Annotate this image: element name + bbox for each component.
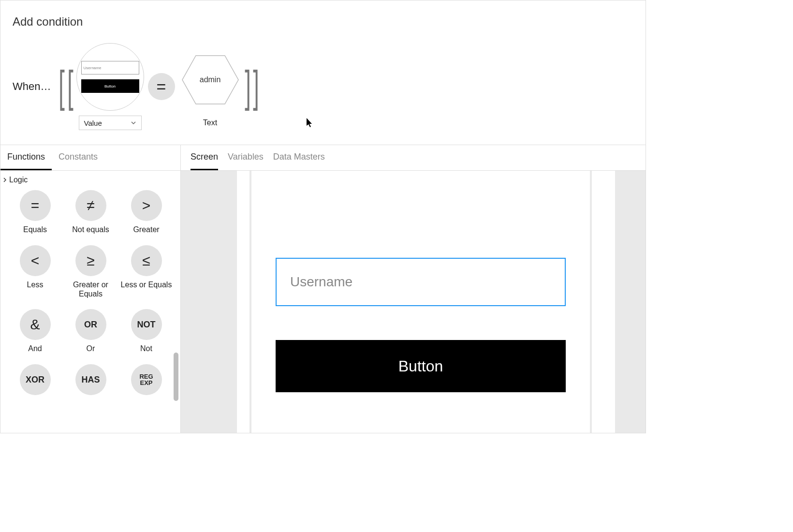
scrollbar-thumb[interactable] xyxy=(174,353,178,401)
tab-variables[interactable]: Variables xyxy=(228,145,264,170)
submit-button[interactable]: Button xyxy=(276,340,566,392)
logic-xor-icon: XOR xyxy=(20,364,51,395)
tab-data-masters[interactable]: Data Masters xyxy=(273,145,325,170)
left-operand-group: Username Button Value xyxy=(76,43,144,130)
lower-panels: Functions Constants Logic =Equals≠Not eq… xyxy=(0,145,646,433)
screen-panel: Screen Variables Data Masters Username B… xyxy=(181,145,646,433)
app-container: Add condition When… [ [ Username Button … xyxy=(0,0,646,433)
functions-panel: Functions Constants Logic =Equals≠Not eq… xyxy=(0,145,181,433)
logic-not-equals-label: Not equals xyxy=(72,225,109,235)
logic-gte-label: Greater or Equals xyxy=(65,280,117,298)
logic-not-equals[interactable]: ≠Not equals xyxy=(65,190,117,235)
tab-constants[interactable]: Constants xyxy=(52,145,104,170)
outer-bracket-open: [ xyxy=(59,69,65,104)
canvas-gutter-right-a xyxy=(592,171,615,433)
logic-lte-icon: ≤ xyxy=(131,245,162,276)
element-thumbnail[interactable]: Username Button xyxy=(76,43,144,111)
canvas-gutter-left xyxy=(181,171,237,433)
logic-has[interactable]: HAS xyxy=(65,364,117,409)
cursor-icon xyxy=(307,118,314,128)
logic-regexp[interactable]: REG EXP xyxy=(120,364,172,409)
left-tabs: Functions Constants xyxy=(0,145,180,171)
logic-or-label: Or xyxy=(87,344,95,354)
logic-equals[interactable]: =Equals xyxy=(9,190,61,235)
logic-group-header[interactable]: Logic xyxy=(2,175,172,184)
operator-equals[interactable]: = xyxy=(148,73,175,100)
expression-row: When… [ [ Username Button Value = xyxy=(13,43,633,130)
property-select[interactable]: Value xyxy=(79,116,142,130)
logic-or[interactable]: OROr xyxy=(65,309,117,354)
logic-equals-icon: = xyxy=(20,190,51,221)
logic-not-icon: NOT xyxy=(131,309,162,340)
chevron-right-icon xyxy=(2,177,7,182)
thumbnail-input-preview: Username xyxy=(81,61,139,74)
logic-and-icon: & xyxy=(20,309,51,340)
text-value-hexagon[interactable]: admin xyxy=(179,46,242,114)
logic-regexp-icon: REG EXP xyxy=(131,364,162,395)
logic-has-icon: HAS xyxy=(75,364,106,395)
logic-not-equals-icon: ≠ xyxy=(75,190,106,221)
panel-title: Add condition xyxy=(13,15,633,29)
property-select-value: Value xyxy=(84,119,102,127)
logic-gte-icon: ≥ xyxy=(75,245,106,276)
chevron-down-icon xyxy=(131,120,136,126)
inner-bracket-open: [ xyxy=(67,69,73,104)
right-tabs: Screen Variables Data Masters xyxy=(181,145,646,171)
logic-lte-label: Less or Equals xyxy=(121,280,172,290)
logic-greater-icon: > xyxy=(131,190,162,221)
logic-less[interactable]: <Less xyxy=(9,245,61,298)
logic-and-label: And xyxy=(28,344,42,354)
logic-less-icon: < xyxy=(20,245,51,276)
canvas-area: Username Button xyxy=(181,171,646,433)
canvas-gutter-mid xyxy=(237,171,250,433)
condition-builder-panel: Add condition When… [ [ Username Button … xyxy=(0,0,646,145)
logic-group-label: Logic xyxy=(9,176,28,184)
logic-greater[interactable]: >Greater xyxy=(120,190,172,235)
when-label: When… xyxy=(13,80,51,93)
inner-bracket-close: ] xyxy=(245,69,251,104)
logic-not[interactable]: NOTNot xyxy=(120,309,172,354)
logic-or-icon: OR xyxy=(75,309,106,340)
logic-xor[interactable]: XOR xyxy=(9,364,61,409)
logic-gte[interactable]: ≥Greater or Equals xyxy=(65,245,117,298)
username-input[interactable]: Username xyxy=(276,258,566,306)
logic-greater-label: Greater xyxy=(133,225,159,235)
right-operand-type: Text xyxy=(203,118,217,127)
screen-canvas[interactable]: Username Button xyxy=(251,171,590,433)
tab-functions[interactable]: Functions xyxy=(0,145,52,170)
functions-content: Logic =Equals≠Not equals>Greater<Less≥Gr… xyxy=(0,171,180,433)
logic-lte[interactable]: ≤Less or Equals xyxy=(120,245,172,298)
outer-bracket-close: ] xyxy=(253,69,259,104)
logic-equals-label: Equals xyxy=(23,225,47,235)
logic-not-label: Not xyxy=(140,344,152,354)
logic-grid: =Equals≠Not equals>Greater<Less≥Greater … xyxy=(9,190,172,414)
right-operand-group: admin Text xyxy=(179,46,242,127)
canvas-gutter-right-b xyxy=(615,171,646,433)
logic-and[interactable]: &And xyxy=(9,309,61,354)
tab-screen[interactable]: Screen xyxy=(191,145,218,170)
logic-less-label: Less xyxy=(27,280,44,290)
operator-symbol: = xyxy=(157,77,166,96)
thumbnail-button-preview: Button xyxy=(81,79,139,93)
text-value: admin xyxy=(200,75,221,84)
